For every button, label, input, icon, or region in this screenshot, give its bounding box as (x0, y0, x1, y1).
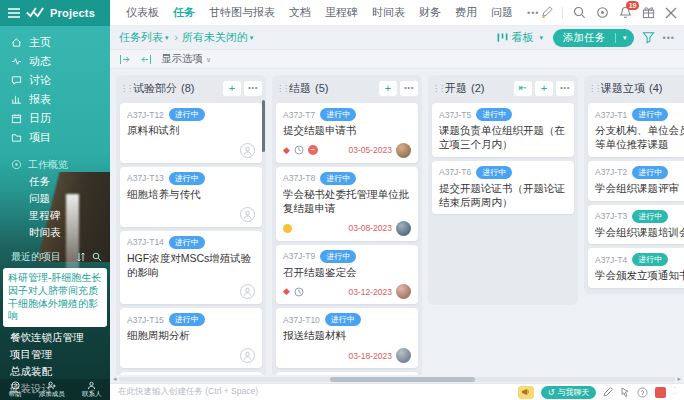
sort-icon[interactable] (76, 252, 86, 262)
quick-create-input[interactable]: 在此快速输入创建任务 (Ctrl + Space) (118, 386, 258, 398)
sidebar-item-calendar[interactable]: 日历 (0, 109, 110, 128)
add-card-button[interactable]: + (535, 81, 553, 96)
toolbar-more-button[interactable]: ••• (663, 33, 675, 43)
task-card[interactable]: A37J-T15进行中 细胞周期分析 (120, 308, 262, 368)
sidebar-label: 讨论 (29, 73, 51, 88)
project-item[interactable]: 总成装配 (0, 363, 110, 380)
task-card[interactable]: A37J-T4进行中 学会颁发立项通知书 (588, 248, 684, 288)
sidebar-item-reports[interactable]: 报表 (0, 90, 110, 109)
drag-handle-icon[interactable]: ⋮⋮ (432, 84, 441, 93)
tools-icon[interactable] (664, 6, 678, 20)
sidebar-footer-contacts[interactable]: 联系人 (82, 381, 102, 397)
task-card[interactable]: A37J-T16进行中 Western blot检测 (120, 372, 262, 375)
project-item[interactable]: 餐饮连锁店管理 (0, 329, 110, 346)
assignee-avatar[interactable] (396, 348, 411, 363)
chevron-down-icon[interactable]: ▾ (165, 34, 169, 42)
sidebar-label: 项目 (29, 130, 51, 145)
breadcrumb-filter-all-open[interactable]: 所有未关闭的 (182, 30, 248, 45)
assignee-avatar[interactable] (396, 284, 411, 299)
cursor-icon[interactable] (620, 387, 630, 397)
sidebar-item-activity[interactable]: 动态 (0, 52, 110, 71)
tab-docs[interactable]: 文档 (289, 5, 311, 20)
sidebar-footer-help[interactable]: 帮助 (9, 381, 22, 397)
sidebar-item-tasks[interactable]: 任务 (0, 173, 110, 190)
feedback-widget-icon[interactable] (655, 387, 666, 398)
scrollbar-thumb[interactable] (330, 377, 475, 382)
drag-handle-icon[interactable]: ⋮⋮ (120, 84, 129, 93)
sidebar-item-timesheet[interactable]: 时间表 (0, 224, 110, 241)
tabs-more-button[interactable]: ••• (527, 8, 539, 18)
task-card[interactable]: A37J-T7进行中 提交结题申请书 ◆ − 03-05-2023 (276, 103, 418, 163)
tab-timesheet[interactable]: 时间表 (372, 5, 405, 20)
add-task-button[interactable]: 添加任务 ▾ (553, 29, 634, 47)
sidebar-item-home[interactable]: 主页 (0, 33, 110, 52)
task-card[interactable]: A37J-T13进行中 细胞培养与传代 (120, 167, 262, 227)
help-target-icon[interactable] (595, 6, 609, 20)
search-icon[interactable] (572, 6, 586, 20)
display-options-button[interactable]: 显示选项 ∨ (161, 52, 211, 66)
task-card[interactable]: A37J-T3进行中 学会组织课题培训会 (588, 205, 684, 245)
collapse-right-icon[interactable] (119, 54, 131, 65)
sidebar-section-work-overview[interactable]: 工作概览 (0, 156, 110, 173)
column-more-button[interactable]: ••• (244, 81, 262, 96)
drag-handle-icon[interactable]: ⋮⋮ (276, 84, 285, 93)
hamburger-menu-icon[interactable] (8, 8, 20, 18)
chat-with-me-button[interactable]: ↺ 与我聊天 (541, 386, 597, 399)
column-more-button[interactable]: ••• (400, 81, 418, 96)
task-card[interactable]: A37J-T1进行中 分支机构、单位会员、园区等单位推荐课题 (588, 103, 684, 157)
scroll-right-arrow[interactable]: ▸ (677, 376, 681, 382)
sidebar-item-issues[interactable]: 问题 (0, 190, 110, 207)
view-switcher-kanban[interactable]: 看板 ▾ (497, 30, 546, 45)
breadcrumb-task-list[interactable]: 任务列表 (119, 30, 163, 45)
task-card[interactable]: A37J-T12进行中 原料和试剂 (120, 103, 262, 163)
app-logo-icon[interactable] (26, 7, 44, 18)
gift-icon[interactable] (641, 6, 655, 20)
assignee-avatar-placeholder[interactable] (240, 284, 255, 299)
notification-bell-icon[interactable]: 19 (618, 6, 632, 20)
tab-dashboard[interactable]: 仪表板 (126, 5, 159, 20)
pen-icon[interactable] (539, 6, 553, 20)
task-card[interactable]: A37J-T5进行中 课题负责单位组织开题（在立项三个月内） (432, 103, 574, 157)
drag-handle-icon[interactable]: ⋮⋮ (588, 84, 597, 93)
scroll-left-arrow[interactable]: ◂ (113, 376, 117, 382)
add-task-dropdown-icon[interactable]: ▾ (616, 34, 634, 42)
assignee-avatar-placeholder[interactable] (240, 348, 255, 363)
sidebar-footer-add-member[interactable]: 添加成员 (39, 381, 65, 397)
project-item[interactable]: 项目管理 (0, 346, 110, 363)
tab-milestones[interactable]: 里程碑 (325, 5, 358, 20)
scrollbar-track[interactable] (119, 377, 676, 382)
task-card[interactable]: A37J-T6进行中 提交开题论证书（开题论证结束后两周内） (432, 161, 574, 215)
filter-icon[interactable] (642, 31, 655, 44)
task-card[interactable]: A37J-T14进行中 HGF浓度对MSCs增殖试验的影响 (120, 231, 262, 305)
task-card[interactable]: A37J-T2进行中 学会组织课题评审 (588, 161, 684, 201)
project-item-active[interactable]: 科研管理-肝细胞生长因子对人脐带间充质干细胞体外增殖的影响 (3, 268, 107, 327)
add-card-button[interactable]: + (223, 81, 241, 96)
assignee-avatar[interactable] (396, 143, 411, 158)
column-scrollbar[interactable] (262, 100, 265, 152)
sidebar-item-discussion[interactable]: 讨论 (0, 71, 110, 90)
column-more-button[interactable]: ••• (556, 81, 574, 96)
task-card[interactable]: A37J-T9进行中 召开结题鉴定会 ◆ 03-12-2023 (276, 245, 418, 305)
chevron-down-icon[interactable]: ▾ (250, 34, 254, 42)
search-projects-icon[interactable] (92, 252, 102, 262)
assignee-avatar-placeholder[interactable] (240, 143, 255, 158)
question-circle-icon[interactable] (637, 387, 648, 398)
add-card-button[interactable]: + (379, 81, 397, 96)
widget-drag-handle[interactable]: ⁚ (673, 390, 676, 394)
collapse-left-icon[interactable] (140, 54, 152, 65)
assignee-avatar-placeholder[interactable] (240, 207, 255, 222)
collapse-column-button[interactable]: ⇤ (514, 81, 532, 96)
pen-small-icon[interactable] (603, 387, 613, 397)
task-card[interactable]: A37J-T11进行中 中国教育协会批复结题，颁发结题证书 (276, 372, 418, 375)
tab-finance[interactable]: 财务 (419, 5, 441, 20)
sidebar-item-milestones[interactable]: 里程碑 (0, 207, 110, 224)
tab-issues[interactable]: 问题 (491, 5, 513, 20)
task-card[interactable]: A37J-T8进行中 学会秘书处委托管理单位批复结题申请 03-08-2023 (276, 167, 418, 241)
assignee-avatar[interactable] (396, 221, 411, 236)
task-card[interactable]: A37J-T10进行中 报送结题材料 03-18-2023 (276, 308, 418, 368)
tab-expense[interactable]: 费用 (455, 5, 477, 20)
tab-gantt-reports[interactable]: 甘特图与报表 (209, 5, 275, 20)
tab-tasks[interactable]: 任务 (173, 5, 195, 20)
announcement-icon[interactable] (518, 386, 534, 399)
sidebar-item-projects[interactable]: 项目 (0, 128, 110, 147)
